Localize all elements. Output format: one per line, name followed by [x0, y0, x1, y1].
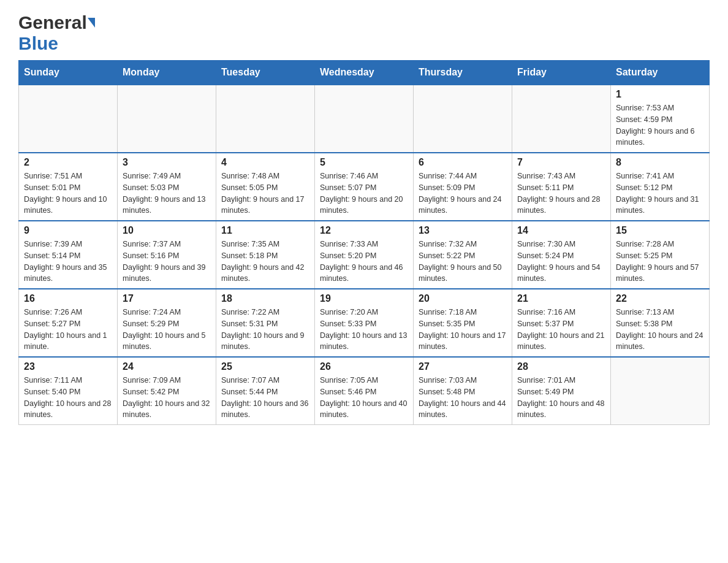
day-number: 21 — [517, 293, 605, 304]
calendar-cell — [118, 85, 216, 153]
day-number: 6 — [419, 157, 507, 168]
calendar-cell: 13Sunrise: 7:32 AMSunset: 5:22 PMDayligh… — [414, 221, 512, 289]
calendar-cell: 16Sunrise: 7:26 AMSunset: 5:27 PMDayligh… — [19, 289, 118, 357]
weekday-header-monday: Monday — [118, 61, 216, 85]
calendar-cell: 14Sunrise: 7:30 AMSunset: 5:24 PMDayligh… — [512, 221, 611, 289]
calendar-cell: 27Sunrise: 7:03 AMSunset: 5:48 PMDayligh… — [414, 357, 512, 425]
calendar-week-5: 23Sunrise: 7:11 AMSunset: 5:40 PMDayligh… — [19, 357, 710, 425]
calendar-cell: 8Sunrise: 7:41 AMSunset: 5:12 PMDaylight… — [611, 153, 710, 221]
day-number: 22 — [616, 293, 704, 304]
day-number: 19 — [320, 293, 408, 304]
calendar-week-1: 1Sunrise: 7:53 AMSunset: 4:59 PMDaylight… — [19, 85, 710, 153]
calendar-week-2: 2Sunrise: 7:51 AMSunset: 5:01 PMDaylight… — [19, 153, 710, 221]
day-number: 10 — [123, 225, 211, 236]
day-number: 26 — [320, 361, 408, 372]
calendar-cell: 9Sunrise: 7:39 AMSunset: 5:14 PMDaylight… — [19, 221, 118, 289]
day-info: Sunrise: 7:09 AMSunset: 5:42 PMDaylight:… — [123, 376, 210, 419]
day-info: Sunrise: 7:16 AMSunset: 5:37 PMDaylight:… — [517, 308, 604, 351]
calendar-cell — [414, 85, 512, 153]
day-info: Sunrise: 7:07 AMSunset: 5:44 PMDaylight:… — [221, 376, 308, 419]
calendar-cell: 25Sunrise: 7:07 AMSunset: 5:44 PMDayligh… — [216, 357, 315, 425]
day-info: Sunrise: 7:01 AMSunset: 5:49 PMDaylight:… — [517, 376, 604, 419]
calendar-cell: 6Sunrise: 7:44 AMSunset: 5:09 PMDaylight… — [414, 153, 512, 221]
calendar-cell: 23Sunrise: 7:11 AMSunset: 5:40 PMDayligh… — [19, 357, 118, 425]
calendar-cell: 5Sunrise: 7:46 AMSunset: 5:07 PMDaylight… — [315, 153, 414, 221]
day-info: Sunrise: 7:20 AMSunset: 5:33 PMDaylight:… — [320, 308, 407, 351]
day-number: 16 — [24, 293, 112, 304]
day-number: 18 — [221, 293, 309, 304]
calendar-cell: 19Sunrise: 7:20 AMSunset: 5:33 PMDayligh… — [315, 289, 414, 357]
day-number: 28 — [517, 361, 605, 372]
weekday-header-tuesday: Tuesday — [216, 61, 315, 85]
day-number: 1 — [616, 89, 704, 100]
calendar-cell: 11Sunrise: 7:35 AMSunset: 5:18 PMDayligh… — [216, 221, 315, 289]
day-number: 15 — [616, 225, 704, 236]
day-info: Sunrise: 7:26 AMSunset: 5:27 PMDaylight:… — [24, 308, 107, 351]
day-info: Sunrise: 7:51 AMSunset: 5:01 PMDaylight:… — [24, 172, 107, 215]
day-info: Sunrise: 7:33 AMSunset: 5:20 PMDaylight:… — [320, 240, 403, 283]
day-number: 27 — [419, 361, 507, 372]
day-number: 20 — [419, 293, 507, 304]
day-info: Sunrise: 7:41 AMSunset: 5:12 PMDaylight:… — [616, 172, 699, 215]
calendar-cell: 24Sunrise: 7:09 AMSunset: 5:42 PMDayligh… — [118, 357, 216, 425]
calendar-cell — [315, 85, 414, 153]
calendar-cell: 17Sunrise: 7:24 AMSunset: 5:29 PMDayligh… — [118, 289, 216, 357]
day-number: 11 — [221, 225, 309, 236]
logo-blue-text: Blue — [18, 33, 58, 53]
calendar-cell: 4Sunrise: 7:48 AMSunset: 5:05 PMDaylight… — [216, 153, 315, 221]
calendar-cell: 22Sunrise: 7:13 AMSunset: 5:38 PMDayligh… — [611, 289, 710, 357]
calendar-cell: 10Sunrise: 7:37 AMSunset: 5:16 PMDayligh… — [118, 221, 216, 289]
calendar-cell: 20Sunrise: 7:18 AMSunset: 5:35 PMDayligh… — [414, 289, 512, 357]
day-number: 5 — [320, 157, 408, 168]
day-number: 8 — [616, 157, 704, 168]
day-info: Sunrise: 7:46 AMSunset: 5:07 PMDaylight:… — [320, 172, 403, 215]
day-number: 24 — [123, 361, 211, 372]
day-info: Sunrise: 7:37 AMSunset: 5:16 PMDaylight:… — [123, 240, 206, 283]
calendar-table: SundayMondayTuesdayWednesdayThursdayFrid… — [18, 60, 710, 425]
day-info: Sunrise: 7:35 AMSunset: 5:18 PMDaylight:… — [221, 240, 305, 283]
logo: General Blue — [18, 12, 95, 54]
calendar-cell — [19, 85, 118, 153]
page-header: General Blue — [18, 12, 710, 54]
calendar-cell: 2Sunrise: 7:51 AMSunset: 5:01 PMDaylight… — [19, 153, 118, 221]
calendar-cell: 21Sunrise: 7:16 AMSunset: 5:37 PMDayligh… — [512, 289, 611, 357]
logo-arrow-icon — [88, 18, 95, 28]
day-number: 3 — [123, 157, 211, 168]
day-number: 9 — [24, 225, 112, 236]
weekday-header-wednesday: Wednesday — [315, 61, 414, 85]
calendar-cell — [216, 85, 315, 153]
day-info: Sunrise: 7:03 AMSunset: 5:48 PMDaylight:… — [419, 376, 506, 419]
calendar-header-row: SundayMondayTuesdayWednesdayThursdayFrid… — [19, 61, 710, 85]
day-info: Sunrise: 7:44 AMSunset: 5:09 PMDaylight:… — [419, 172, 502, 215]
day-info: Sunrise: 7:49 AMSunset: 5:03 PMDaylight:… — [123, 172, 206, 215]
day-info: Sunrise: 7:22 AMSunset: 5:31 PMDaylight:… — [221, 308, 305, 351]
calendar-cell: 3Sunrise: 7:49 AMSunset: 5:03 PMDaylight… — [118, 153, 216, 221]
day-info: Sunrise: 7:48 AMSunset: 5:05 PMDaylight:… — [221, 172, 305, 215]
day-number: 2 — [24, 157, 112, 168]
day-info: Sunrise: 7:05 AMSunset: 5:46 PMDaylight:… — [320, 376, 407, 419]
day-number: 13 — [419, 225, 507, 236]
calendar-cell: 15Sunrise: 7:28 AMSunset: 5:25 PMDayligh… — [611, 221, 710, 289]
weekday-header-thursday: Thursday — [414, 61, 512, 85]
calendar-cell: 28Sunrise: 7:01 AMSunset: 5:49 PMDayligh… — [512, 357, 611, 425]
logo-general-text: General — [18, 12, 87, 33]
calendar-week-4: 16Sunrise: 7:26 AMSunset: 5:27 PMDayligh… — [19, 289, 710, 357]
weekday-header-friday: Friday — [512, 61, 611, 85]
day-info: Sunrise: 7:13 AMSunset: 5:38 PMDaylight:… — [616, 308, 703, 351]
calendar-cell: 1Sunrise: 7:53 AMSunset: 4:59 PMDaylight… — [611, 85, 710, 153]
day-number: 25 — [221, 361, 309, 372]
calendar-cell: 26Sunrise: 7:05 AMSunset: 5:46 PMDayligh… — [315, 357, 414, 425]
day-number: 17 — [123, 293, 211, 304]
calendar-cell — [512, 85, 611, 153]
day-info: Sunrise: 7:43 AMSunset: 5:11 PMDaylight:… — [517, 172, 601, 215]
day-number: 14 — [517, 225, 605, 236]
day-info: Sunrise: 7:32 AMSunset: 5:22 PMDaylight:… — [419, 240, 502, 283]
day-number: 12 — [320, 225, 408, 236]
day-number: 23 — [24, 361, 112, 372]
day-number: 7 — [517, 157, 605, 168]
day-number: 4 — [221, 157, 309, 168]
weekday-header-sunday: Sunday — [19, 61, 118, 85]
day-info: Sunrise: 7:18 AMSunset: 5:35 PMDaylight:… — [419, 308, 506, 351]
day-info: Sunrise: 7:28 AMSunset: 5:25 PMDaylight:… — [616, 240, 699, 283]
day-info: Sunrise: 7:30 AMSunset: 5:24 PMDaylight:… — [517, 240, 601, 283]
